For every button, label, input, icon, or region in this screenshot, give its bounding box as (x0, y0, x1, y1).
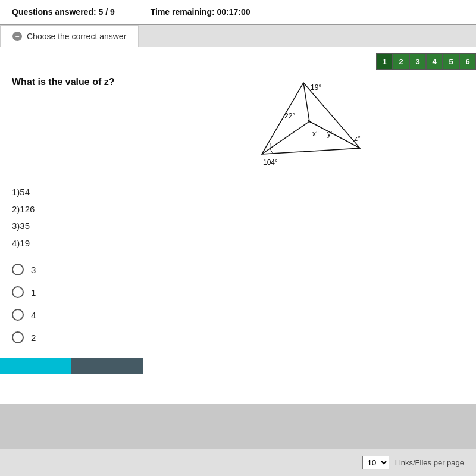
collapse-icon[interactable]: − (12, 32, 22, 41)
radio-4[interactable] (12, 309, 24, 321)
svg-line-1 (262, 121, 309, 154)
answer-2: 2)126 (12, 201, 464, 218)
bottom-bar (0, 358, 476, 374)
choices-section: 3 1 4 2 (12, 264, 464, 343)
secondary-action-button[interactable] (71, 358, 143, 374)
choice-label-3: 3 (31, 265, 36, 275)
questions-answered: Questions answered: 5 / 9 (12, 7, 115, 17)
choice-row-1: 3 (12, 264, 464, 275)
question-area: What is the value of z? 19° (12, 71, 464, 166)
radio-2[interactable] (12, 331, 24, 343)
footer-bar: 10 20 50 Links/Files per page (0, 449, 476, 476)
label-y: y° (327, 130, 334, 138)
label-x: x° (312, 130, 319, 138)
section-tab[interactable]: − Choose the correct answer (0, 25, 139, 47)
radio-1[interactable] (12, 286, 24, 298)
time-remaining: Time remaining: 00:17:00 (151, 7, 250, 17)
diagram-area: 19° 22° x° y° z° 104° (155, 71, 464, 166)
radio-3[interactable] (12, 264, 24, 275)
choice-label-4: 4 (31, 310, 36, 320)
svg-marker-0 (262, 83, 360, 154)
answer-4: 4)19 (12, 235, 464, 252)
choice-label-1: 1 (31, 287, 36, 298)
label-22: 22° (284, 112, 295, 120)
nav-btn-4[interactable]: 4 (426, 53, 443, 70)
choice-row-2: 1 (12, 286, 464, 298)
question-nav: 1 2 3 4 5 6 (376, 53, 476, 70)
top-bar: Questions answered: 5 / 9 Time remaining… (0, 0, 476, 25)
choice-row-3: 4 (12, 309, 464, 321)
label-104: 104° (263, 158, 278, 166)
per-page-label: Links/Files per page (395, 458, 464, 467)
nav-btn-1[interactable]: 1 (376, 53, 393, 70)
nav-btn-6[interactable]: 6 (459, 53, 476, 70)
answer-1: 1)54 (12, 184, 464, 201)
question-text: What is the value of z? (12, 77, 143, 166)
choice-label-2: 2 (31, 333, 36, 343)
section-header: − Choose the correct answer (0, 25, 476, 47)
choice-row-4: 2 (12, 331, 464, 343)
primary-action-button[interactable] (0, 358, 71, 374)
label-19: 19° (311, 83, 321, 92)
nav-btn-3[interactable]: 3 (409, 53, 426, 70)
section-tab-label: Choose the correct answer (27, 32, 126, 41)
per-page-select[interactable]: 10 20 50 (362, 456, 389, 469)
main-content: 1 2 3 4 5 6 What is the value of z? (0, 47, 476, 404)
triangle-diagram: 19° 22° x° y° z° 104° (244, 71, 375, 166)
nav-btn-2[interactable]: 2 (393, 53, 409, 70)
answer-3: 3)35 (12, 218, 464, 235)
label-z: z° (354, 134, 361, 143)
nav-btn-5[interactable]: 5 (443, 53, 459, 70)
answers-section: 1)54 2)126 3)35 4)19 (12, 184, 464, 252)
